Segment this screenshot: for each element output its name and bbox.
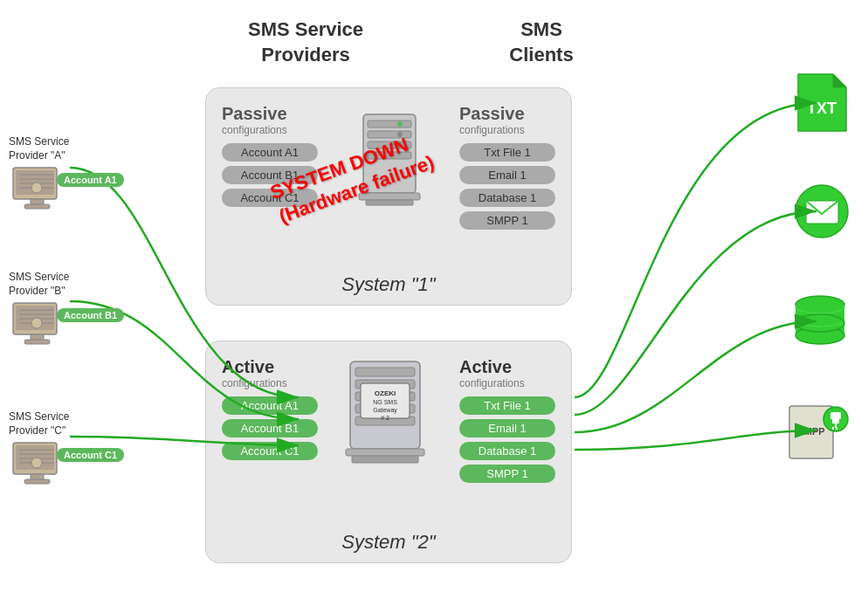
- system2-right-panel: Active configurations Txt File 1 Email 1…: [459, 357, 555, 487]
- system1-passive-clients-title: Passive: [459, 104, 555, 124]
- svg-text:NG SMS: NG SMS: [373, 399, 397, 405]
- smpp-icon: SMPP: [785, 402, 855, 463]
- provider-a-computer-icon: [9, 166, 65, 217]
- system2-client-smpp: SMPP 1: [459, 465, 555, 483]
- svg-rect-48: [346, 449, 424, 456]
- svg-marker-51: [833, 74, 846, 87]
- system1-client-smpp: SMPP 1: [459, 211, 555, 230]
- svg-point-17: [31, 318, 42, 328]
- svg-text:TXT: TXT: [807, 100, 837, 117]
- clients-label: SMS Clients: [489, 17, 594, 67]
- provider-b-account-badge: Account B1: [57, 308, 124, 322]
- system2-active-clients-sub: configurations: [459, 377, 555, 389]
- svg-rect-16: [24, 340, 50, 344]
- smpp-icon-container: SMPP: [785, 402, 855, 466]
- system1-label: System "1": [341, 273, 435, 296]
- email-icon-container: [794, 183, 851, 244]
- txt-file-icon-container: TXT: [794, 70, 851, 139]
- system2-server: OZEKI NG SMS Gateway # 2: [341, 357, 437, 474]
- system2-active-title: Active: [222, 357, 318, 377]
- system1-right-panel: Passive configurations Txt File 1 Email …: [459, 104, 555, 234]
- svg-rect-25: [24, 479, 50, 484]
- svg-rect-28: [368, 121, 411, 127]
- system2-account-b1: Account B1: [222, 419, 318, 437]
- svg-text:OZEKI: OZEKI: [375, 389, 396, 397]
- provider-c: SMS ServiceProvider "C" Account C1: [9, 410, 69, 495]
- svg-rect-36: [366, 200, 413, 205]
- txt-file-icon: TXT: [794, 70, 851, 135]
- svg-point-8: [31, 182, 42, 193]
- provider-b: SMS ServiceProvider "B" Account B1: [9, 271, 69, 355]
- svg-rect-49: [352, 456, 418, 463]
- system1-passive-title: Passive: [222, 104, 318, 124]
- system1-account-a1: Account A1: [222, 143, 318, 162]
- svg-point-32: [397, 121, 403, 127]
- svg-text:SMPP: SMPP: [797, 426, 824, 437]
- provider-a: SMS ServiceProvider "A" Account A1: [9, 135, 69, 220]
- svg-rect-38: [355, 368, 415, 376]
- system2-account-a1: Account A1: [222, 396, 318, 415]
- provider-c-label: SMS ServiceProvider "C": [9, 410, 69, 437]
- system2-account-c1: Account C1: [222, 442, 318, 460]
- provider-a-account-badge: Account A1: [57, 173, 124, 187]
- clients-header: SMS Clients: [489, 17, 594, 67]
- svg-point-58: [796, 314, 844, 332]
- svg-text:Gateway: Gateway: [373, 407, 397, 414]
- system2-client-db: Database 1: [459, 442, 555, 460]
- system2-label: System "2": [341, 531, 435, 554]
- email-icon: [794, 183, 851, 240]
- system2-active-clients-title: Active: [459, 357, 555, 377]
- system2-server-icon: OZEKI NG SMS Gateway # 2: [341, 357, 437, 471]
- diagram-container: SMS Service Providers SMS Clients SMS Se…: [0, 0, 868, 606]
- svg-rect-6: [31, 199, 44, 204]
- svg-rect-66: [836, 427, 837, 430]
- system1-box: Passive configurations Account A1 Accoun…: [205, 87, 572, 306]
- database-icon: [794, 293, 846, 354]
- svg-text:# 2: # 2: [381, 415, 389, 421]
- providers-label: SMS Service Providers: [236, 17, 375, 67]
- providers-header: SMS Service Providers: [236, 17, 375, 67]
- system1-client-txt: Txt File 1: [459, 143, 555, 162]
- provider-b-label: SMS ServiceProvider "B": [9, 271, 69, 298]
- svg-rect-7: [24, 204, 50, 209]
- svg-rect-63: [832, 419, 839, 424]
- svg-rect-65: [832, 427, 834, 430]
- svg-rect-62: [830, 412, 841, 419]
- provider-a-label: SMS ServiceProvider "A": [9, 135, 69, 162]
- svg-rect-24: [31, 474, 44, 479]
- system2-client-email: Email 1: [459, 419, 555, 437]
- system2-left-panel: Active configurations Account A1 Account…: [222, 357, 318, 465]
- system1-client-email: Email 1: [459, 166, 555, 184]
- system1-passive-clients-sub: configurations: [459, 124, 555, 136]
- system1-passive-sub: configurations: [222, 124, 318, 136]
- svg-point-26: [31, 458, 42, 468]
- system2-client-txt: Txt File 1: [459, 396, 555, 415]
- system1-client-db: Database 1: [459, 189, 555, 207]
- system2-active-sub: configurations: [222, 377, 318, 389]
- svg-rect-15: [31, 334, 44, 340]
- provider-c-account-badge: Account C1: [57, 448, 124, 462]
- system2-box: Active configurations Account A1 Account…: [205, 341, 572, 563]
- database-icon-container: [794, 293, 846, 357]
- provider-b-computer-icon: [9, 301, 65, 352]
- provider-c-computer-icon: [9, 441, 65, 492]
